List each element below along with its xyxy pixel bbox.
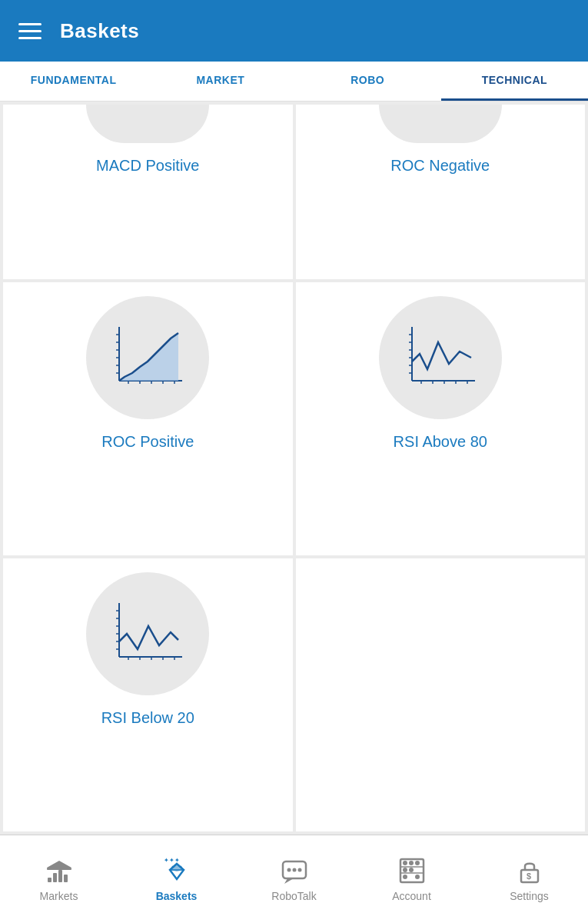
nav-item-account[interactable]: Account xyxy=(353,856,470,902)
svg-point-60 xyxy=(403,861,407,865)
svg-point-55 xyxy=(292,868,296,872)
svg-rect-43 xyxy=(64,875,68,882)
card-icon-rsi-below xyxy=(86,572,209,695)
markets-icon xyxy=(45,856,74,885)
nav-label-robotalk: RoboTalk xyxy=(271,890,316,902)
rsi-above-chart xyxy=(398,319,483,396)
empty-card-cell xyxy=(296,558,586,831)
settings-icon: $ xyxy=(515,856,544,885)
account-icon xyxy=(397,856,427,885)
svg-point-64 xyxy=(409,868,414,872)
nav-label-account: Account xyxy=(392,890,431,902)
card-icon-macd xyxy=(86,105,209,143)
menu-button[interactable] xyxy=(18,23,42,39)
card-rsi-below-20[interactable]: RSI Below 20 xyxy=(3,558,293,831)
header: Baskets xyxy=(0,0,588,62)
card-icon-roc-neg xyxy=(379,105,502,143)
tab-technical[interactable]: TECHNICAL xyxy=(441,62,588,101)
card-roc-negative[interactable]: ROC Negative xyxy=(296,105,586,279)
nav-label-baskets: Baskets xyxy=(156,890,198,902)
card-label-macd: MACD Positive xyxy=(96,157,199,175)
robotalk-icon xyxy=(280,856,309,885)
svg-point-54 xyxy=(287,868,291,872)
tab-fundamental[interactable]: FUNDAMENTAL xyxy=(0,62,147,101)
svg-text:✦✦✦: ✦✦✦ xyxy=(164,857,180,864)
card-icon-roc-pos xyxy=(86,296,209,419)
nav-item-robotalk[interactable]: RoboTalk xyxy=(235,856,353,902)
nav-item-markets[interactable]: Markets xyxy=(0,856,118,902)
card-label-roc-pos: ROC Positive xyxy=(101,433,194,451)
tab-market[interactable]: MARKET xyxy=(147,62,294,101)
svg-point-62 xyxy=(415,861,420,865)
roc-positive-chart xyxy=(105,319,190,396)
svg-marker-45 xyxy=(47,861,71,868)
svg-rect-42 xyxy=(58,870,62,882)
card-label-rsi-below: RSI Below 20 xyxy=(101,709,194,727)
nav-label-settings: Settings xyxy=(510,890,549,902)
card-roc-positive[interactable]: ROC Positive xyxy=(3,282,293,555)
baskets-icon: ✦✦✦ xyxy=(162,856,191,885)
tabs-bar: FUNDAMENTAL MARKET ROBO TECHNICAL xyxy=(0,62,588,102)
svg-rect-44 xyxy=(47,868,71,870)
svg-rect-41 xyxy=(53,873,57,882)
svg-point-66 xyxy=(415,875,420,879)
svg-point-56 xyxy=(297,868,301,872)
card-label-rsi-above: RSI Above 80 xyxy=(394,433,487,451)
nav-item-settings[interactable]: $ Settings xyxy=(470,856,588,902)
card-icon-rsi-above xyxy=(379,296,502,419)
page-title: Baskets xyxy=(60,19,139,43)
svg-rect-40 xyxy=(48,878,51,882)
svg-point-65 xyxy=(403,875,407,879)
svg-point-61 xyxy=(409,861,414,865)
svg-point-63 xyxy=(403,868,407,872)
card-macd-positive[interactable]: MACD Positive xyxy=(3,105,293,279)
bottom-navigation: Markets ✦✦✦ Baskets RoboTalk xyxy=(0,835,588,923)
nav-label-markets: Markets xyxy=(40,890,78,902)
nav-item-baskets[interactable]: ✦✦✦ Baskets xyxy=(118,856,235,902)
card-rsi-above-80[interactable]: RSI Above 80 xyxy=(296,282,586,555)
svg-text:$: $ xyxy=(527,871,531,881)
rsi-below-chart xyxy=(105,595,190,672)
card-label-roc-neg: ROC Negative xyxy=(390,157,490,175)
tab-robo[interactable]: ROBO xyxy=(294,62,441,101)
cards-grid: MACD Positive ROC Negative xyxy=(0,102,588,835)
